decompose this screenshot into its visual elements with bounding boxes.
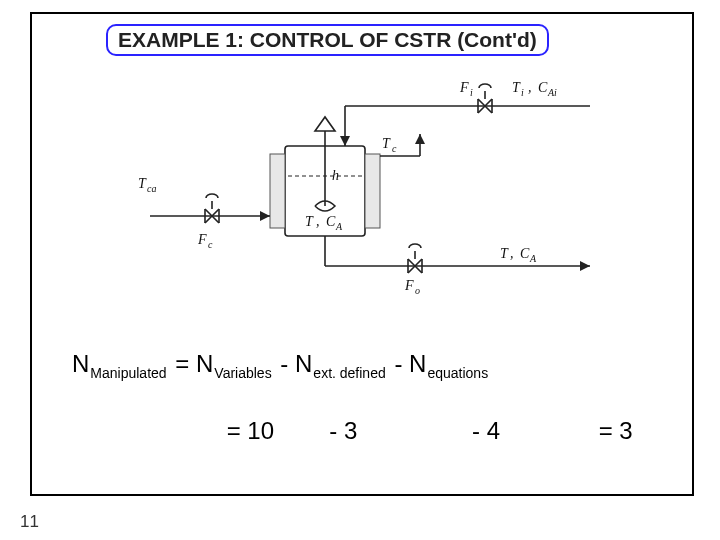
label-h: h xyxy=(332,168,339,183)
label-Fc: F xyxy=(197,232,207,247)
label-Fi-sub: i xyxy=(470,87,473,98)
jacket-right xyxy=(365,154,380,228)
eq-N3: N xyxy=(295,350,312,377)
coolant-in-arrow-icon xyxy=(260,211,270,221)
label-Tc: T xyxy=(382,136,391,151)
label-comma-feed: , xyxy=(528,80,532,95)
eq-N4: N xyxy=(409,350,426,377)
valve-feed-icon xyxy=(478,84,492,113)
feed-arrow-icon xyxy=(340,136,350,146)
slide-title: EXAMPLE 1: CONTROL OF CSTR (Cont'd) xyxy=(106,24,549,56)
label-Fi: F xyxy=(459,80,469,95)
equation-line-1: NManipulated = NVariables - Next. define… xyxy=(72,350,680,381)
label-Ti: T xyxy=(512,80,521,95)
label-CA-sub: A xyxy=(335,221,343,232)
val-m3: - 3 xyxy=(329,417,465,445)
label-Fo: F xyxy=(404,278,414,293)
valve-outlet-icon xyxy=(408,244,422,273)
label-CAo: C xyxy=(520,246,530,261)
label-Tca-sub: ca xyxy=(147,183,156,194)
eq-N3-sub: ext. defined xyxy=(312,365,387,381)
label-comma-out: , xyxy=(510,246,514,261)
label-Tc-sub: c xyxy=(392,143,397,154)
label-Fo-sub: o xyxy=(415,285,420,296)
out-arrow-icon xyxy=(580,261,590,271)
eq-N1: N xyxy=(72,350,89,377)
eq-N2-sub: Variables xyxy=(213,365,273,381)
label-T-vessel: T xyxy=(305,214,314,229)
cstr-diagram: h T , C A T ca F c T c xyxy=(120,76,620,296)
label-CAo-sub: A xyxy=(529,253,537,264)
motor-icon xyxy=(315,117,335,131)
label-comma1: , xyxy=(316,214,320,229)
equation-area: NManipulated = NVariables - Next. define… xyxy=(72,350,680,445)
slide: EXAMPLE 1: CONTROL OF CSTR (Cont'd) h T … xyxy=(0,0,720,540)
label-CAi-sub: Ai xyxy=(547,87,557,98)
eq-minus1: - xyxy=(280,350,295,377)
eq-N2: N xyxy=(196,350,213,377)
valve-coolant-icon xyxy=(205,194,219,223)
val-eq3: = 3 xyxy=(599,417,633,445)
val-eq10: = 10 xyxy=(227,417,323,445)
eq-minus2: - xyxy=(394,350,409,377)
equation-line-2: = 10 - 3 - 4 = 3 xyxy=(72,417,680,445)
label-CAi: C xyxy=(538,80,548,95)
label-Tca: T xyxy=(138,176,147,191)
jacket-left xyxy=(270,154,285,228)
label-To: T xyxy=(500,246,509,261)
coolant-out-arrow-icon xyxy=(415,134,425,144)
eq-N4-sub: equations xyxy=(426,365,490,381)
label-CA: C xyxy=(326,214,336,229)
eq-equals: = xyxy=(175,350,196,377)
eq-N1-sub: Manipulated xyxy=(89,365,168,381)
val-m4: - 4 xyxy=(472,417,592,445)
label-Fc-sub: c xyxy=(208,239,213,250)
label-Ti-sub: i xyxy=(521,87,524,98)
page-number: 11 xyxy=(20,512,39,532)
